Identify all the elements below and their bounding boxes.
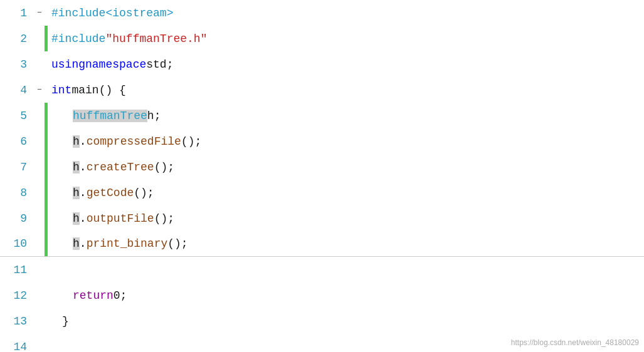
token: (); (181, 135, 201, 148)
code-line-1: 1−#include<iostream> (0, 0, 644, 26)
line-number: 8 (0, 187, 34, 199)
code-content: huffmanTree h; (70, 110, 644, 122)
line-number: 13 (0, 315, 34, 328)
line-number: 1 (0, 7, 34, 19)
token: . (80, 237, 87, 250)
line-number: 3 (0, 58, 34, 71)
token: h (73, 161, 80, 173)
token: print_binary (87, 237, 168, 250)
token: 0; (113, 289, 127, 302)
code-line-8: 8h.getCode(); (0, 180, 644, 205)
line-number: 14 (0, 341, 34, 353)
token: h (73, 212, 80, 225)
token: int (51, 84, 71, 96)
token: return (73, 289, 113, 302)
code-line-3: 3 using namespace std; (0, 51, 644, 77)
token: main (71, 84, 98, 96)
token: h; (147, 110, 161, 122)
line-number: 7 (0, 161, 34, 173)
code-line-9: 9h.outputFile(); (0, 205, 644, 231)
token: std; (146, 58, 173, 71)
green-bar (45, 26, 48, 51)
token: namespace (85, 58, 146, 71)
green-bar (45, 128, 48, 154)
watermark: https://blog.csdn.net/weixin_48180029 (511, 338, 639, 347)
code-content: return 0; (70, 289, 644, 302)
token: compressedFile (87, 135, 181, 148)
token: h (73, 237, 80, 250)
line-number: 9 (0, 212, 34, 225)
token: getCode (87, 187, 134, 199)
token: (); (134, 187, 154, 199)
token: outputFile (87, 212, 154, 225)
token: <iostream> (105, 7, 173, 19)
collapse-icon[interactable]: − (34, 8, 45, 18)
token: () { (99, 84, 126, 96)
code-line-11: 11 (0, 257, 644, 282)
line-number: 4 (0, 84, 34, 96)
code-line-6: 6h.compressedFile(); (0, 128, 644, 154)
code-line-13: 13} (0, 308, 644, 334)
line-number: 10 (0, 237, 34, 250)
code-content: h.print_binary(); (70, 237, 644, 250)
token: . (80, 212, 87, 225)
green-bar (45, 231, 48, 256)
code-content: h.createTree(); (70, 161, 644, 173)
line-number: 2 (0, 33, 34, 45)
code-content: using namespace std; (49, 58, 644, 71)
token: (); (154, 212, 174, 225)
collapse-icon[interactable]: − (34, 85, 45, 95)
code-line-12: 12return 0; (0, 282, 644, 308)
token: (); (154, 161, 174, 173)
line-number: 11 (0, 264, 34, 276)
token: createTree (87, 161, 154, 173)
code-line-4: 4−int main() { (0, 77, 644, 103)
code-content: int main() { (49, 84, 644, 96)
token: #include (51, 7, 105, 19)
token: (); (167, 237, 187, 250)
code-content: h.getCode(); (70, 187, 644, 199)
token: . (80, 161, 87, 173)
token: h (73, 187, 80, 199)
code-content: h.outputFile(); (70, 212, 644, 225)
token: h (73, 135, 80, 148)
code-line-2: 2#include"huffmanTree.h" (0, 26, 644, 51)
token: #include (51, 33, 105, 45)
code-content: } (60, 315, 644, 328)
token: } (62, 315, 69, 328)
token: . (80, 187, 87, 199)
token: "huffmanTree.h" (105, 33, 207, 45)
line-number: 12 (0, 289, 34, 302)
green-bar (45, 205, 48, 231)
code-content: #include<iostream> (49, 7, 644, 19)
code-content: #include"huffmanTree.h" (49, 33, 644, 45)
green-bar (45, 154, 48, 180)
token: huffmanTree (73, 110, 147, 122)
green-bar (45, 180, 48, 205)
code-content: h.compressedFile(); (70, 135, 644, 148)
code-editor: 1−#include<iostream>2#include"huffmanTre… (0, 0, 644, 352)
green-bar (45, 103, 48, 128)
code-line-7: 7h.createTree(); (0, 154, 644, 180)
line-number: 6 (0, 135, 34, 148)
token: using (51, 58, 85, 71)
code-lines: 1−#include<iostream>2#include"huffmanTre… (0, 0, 644, 352)
code-line-5: 5huffmanTree h; (0, 103, 644, 128)
line-number: 5 (0, 110, 34, 122)
token: . (80, 135, 87, 148)
code-line-10: 10h.print_binary(); (0, 231, 644, 257)
